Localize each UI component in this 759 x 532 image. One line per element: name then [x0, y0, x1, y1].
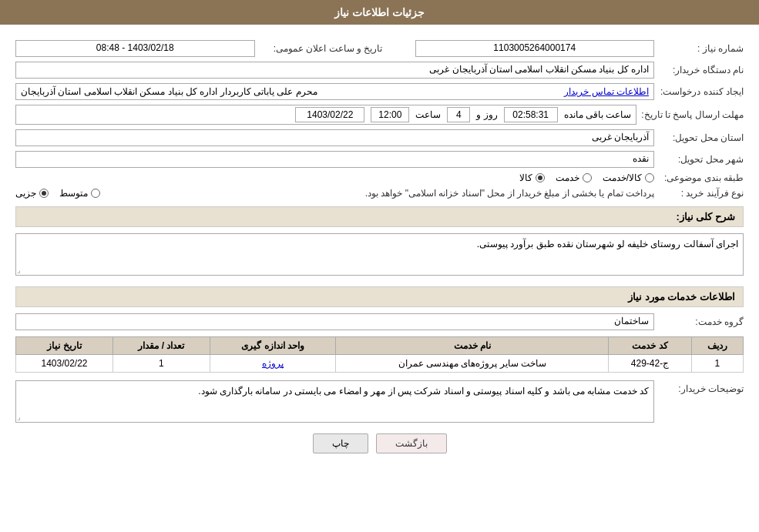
purchase-type-medium-label: متوسط	[59, 188, 88, 199]
buyer-org-value: اداره کل بنیاد مسکن انقلاب اسلامی استان …	[15, 62, 654, 79]
cell-name: ساخت سایر پروژه‌های مهندسی عمران	[336, 355, 609, 373]
col-name: نام خدمت	[336, 337, 609, 355]
need-number-label: شماره نیاز :	[659, 43, 744, 54]
col-qty: تعداد / مقدار	[113, 337, 210, 355]
radio-goods-icon	[536, 173, 545, 182]
description-section-title: شرح کلی نیاز:	[15, 206, 744, 227]
creator-contact-link[interactable]: اطلاعات تماس خریدار	[564, 86, 649, 97]
deadline-days-value: 4	[447, 107, 470, 122]
creator-name: محرم علی یاباتی کاربردار اداره کل بنیاد …	[21, 86, 317, 97]
announce-date-value: 1403/02/18 - 08:48	[15, 40, 255, 57]
page-wrapper: جزئیات اطلاعات نیاز شماره نیاز : 1103005…	[0, 0, 759, 532]
city-value: نقده	[15, 151, 654, 168]
cell-row: 1	[691, 355, 743, 373]
deadline-date-value: 1403/02/22	[295, 107, 364, 122]
resize-handle-icon: ⌟	[17, 266, 21, 274]
col-date: تاریخ نیاز	[16, 337, 113, 355]
main-content: شماره نیاز : 1103005264000174 تاریخ و سا…	[0, 25, 759, 461]
category-option-goods-label: کالا	[519, 172, 532, 183]
buyer-org-label: نام دستگاه خریدار:	[659, 65, 744, 75]
print-button[interactable]: چاپ	[313, 433, 368, 453]
service-group-value: ساختمان	[15, 313, 654, 330]
purchase-type-small-label: جزیی	[15, 188, 36, 199]
need-number-value: 1103005264000174	[415, 40, 655, 57]
cell-unit: پروژه	[210, 355, 335, 373]
purchase-type-label: نوع فرآیند خرید :	[659, 188, 744, 199]
category-option-goods[interactable]: کالا	[519, 172, 545, 183]
radio-small-icon	[39, 189, 49, 198]
deadline-days-label: روز و	[476, 109, 497, 120]
deadline-row: ساعت باقی مانده 02:58:31 روز و 4 ساعت 12…	[15, 105, 636, 125]
purchase-type-medium[interactable]: متوسط	[59, 188, 100, 199]
city-label: شهر محل تحویل:	[659, 154, 744, 165]
announce-date-label: تاریخ و ساعت اعلان عمومی:	[260, 43, 383, 54]
service-group-label: گروه خدمت:	[659, 316, 744, 327]
col-code: کد خدمت	[609, 337, 692, 355]
cell-date: 1403/02/22	[16, 355, 113, 373]
buyer-desc-value: کد خدمت مشابه می باشد و کلیه اسناد پیوست…	[15, 380, 654, 423]
radio-service-icon	[583, 173, 592, 182]
services-table-section: ردیف کد خدمت نام خدمت واحد اندازه گیری ت…	[15, 336, 744, 373]
services-table: ردیف کد خدمت نام خدمت واحد اندازه گیری ت…	[15, 336, 744, 373]
table-row: 1 ج-42-429 ساخت سایر پروژه‌های مهندسی عم…	[16, 355, 744, 373]
cell-qty: 1	[113, 355, 210, 373]
deadline-time-value: 12:00	[371, 107, 409, 122]
purchase-type-note: پرداخت تمام یا بخشی از مبلغ خریدار از مح…	[108, 188, 654, 199]
purchase-type-small[interactable]: جزیی	[15, 188, 49, 199]
col-unit: واحد اندازه گیری	[210, 337, 335, 355]
deadline-remaining-label: ساعت باقی مانده	[564, 109, 632, 120]
services-section-title: اطلاعات خدمات مورد نیاز	[15, 286, 744, 307]
back-button[interactable]: بازگشت	[376, 433, 447, 453]
page-title: جزئیات اطلاعات نیاز	[334, 6, 425, 18]
page-header: جزئیات اطلاعات نیاز	[0, 0, 759, 25]
description-value: اجرای آسفالت روستای خلیفه لو شهرستان نقد…	[15, 233, 744, 276]
deadline-remaining-value: 02:58:31	[504, 107, 558, 122]
category-option-service-goods-label: کالا/خدمت	[603, 172, 642, 183]
creator-label: ایجاد کننده درخواست:	[659, 86, 744, 97]
category-option-service[interactable]: خدمت	[556, 172, 592, 183]
radio-medium-icon	[91, 189, 100, 198]
category-radio-group: کالا/خدمت خدمت کالا	[519, 172, 654, 183]
province-label: استان محل تحویل:	[659, 132, 744, 143]
col-row: ردیف	[691, 337, 743, 355]
buyer-desc-label: توضیحات خریدار:	[659, 383, 744, 394]
bottom-buttons: بازگشت چاپ	[15, 433, 744, 453]
radio-service-goods-icon	[645, 173, 654, 182]
deadline-time-label: ساعت	[415, 109, 441, 120]
category-label: طبقه بندی موضوعی:	[659, 172, 744, 183]
description-container: اجرای آسفالت روستای خلیفه لو شهرستان نقد…	[15, 233, 744, 276]
purchase-type-radio-group: متوسط جزیی	[15, 188, 100, 199]
deadline-label: مهلت ارسال پاسخ تا تاریخ:	[641, 109, 744, 120]
category-option-service-goods[interactable]: کالا/خدمت	[603, 172, 654, 183]
creator-value: اطلاعات تماس خریدار محرم علی یاباتی کارب…	[15, 83, 654, 100]
category-option-service-label: خدمت	[556, 172, 579, 183]
cell-code: ج-42-429	[609, 355, 692, 373]
province-value: آذربایجان غربی	[15, 129, 654, 146]
buyer-desc-resize-icon: ⌟	[17, 413, 21, 421]
